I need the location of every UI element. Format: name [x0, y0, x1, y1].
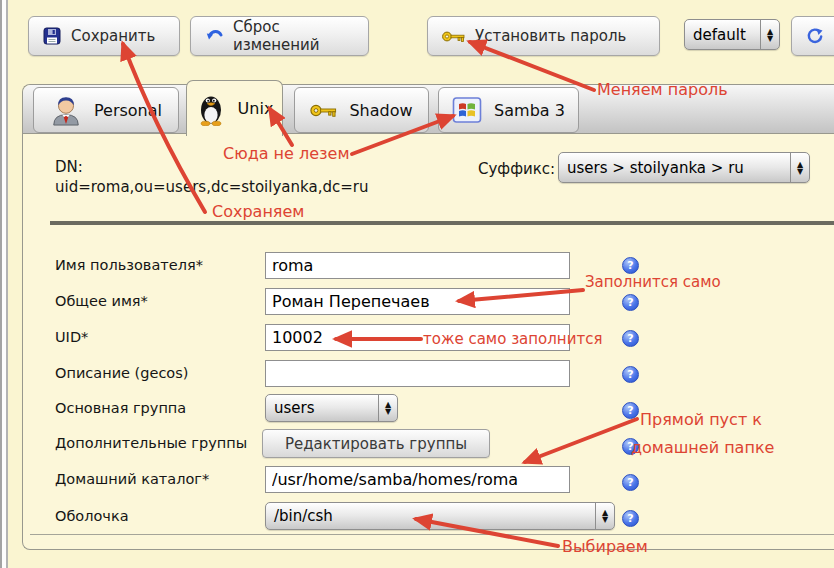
profile-select[interactable]: default ▲ ▼	[684, 19, 780, 50]
tab-personal[interactable]: Personal	[33, 87, 179, 133]
help-icon[interactable]: ?	[622, 330, 639, 347]
set-password-button[interactable]: Установить пароль	[427, 16, 660, 56]
gecos-input[interactable]	[265, 360, 570, 387]
primary-group-select[interactable]: users ▲ ▼	[265, 394, 398, 422]
dn-value: uid=roma,ou=users,dc=stoilyanka,dc=ru	[55, 178, 368, 196]
window-edge-line-2	[6, 0, 8, 568]
profile-select-value: default	[685, 26, 760, 44]
reset-changes-label: Сброс изменений	[233, 18, 354, 54]
shell-label: Оболочка	[55, 508, 129, 524]
note-home-path-line1: Прямой пуст к	[640, 410, 762, 429]
help-icon[interactable]: ?	[622, 510, 639, 527]
common-name-label: Общее имя*	[55, 293, 148, 309]
select-stepper-icon: ▲ ▼	[790, 153, 809, 182]
primary-group-label: Основная группа	[55, 400, 186, 416]
tab-samba3[interactable]: Samba 3	[438, 87, 579, 133]
select-stepper-icon: ▲ ▼	[595, 503, 614, 529]
reset-changes-button[interactable]: Сброс изменений	[190, 16, 369, 56]
tab-unix[interactable]: Unix	[186, 80, 283, 136]
save-button[interactable]: Сохранить	[28, 16, 180, 56]
tab-shadow-label: Shadow	[349, 101, 412, 120]
stepper-down-icon: ▼	[767, 35, 773, 42]
note-auto-fill: Заполнится само	[585, 273, 721, 291]
suffix-select-value: users > stoilyanka > ru	[559, 159, 790, 177]
help-icon[interactable]: ?	[622, 402, 639, 419]
person-icon	[50, 94, 82, 126]
tab-samba3-label: Samba 3	[494, 101, 565, 120]
additional-groups-label: Дополнительные группы	[55, 435, 247, 451]
home-directory-input[interactable]	[265, 466, 570, 493]
dn-label: DN:	[55, 158, 83, 176]
suffix-label: Суффикс:	[478, 160, 555, 178]
primary-group-value: users	[266, 399, 378, 417]
tab-unix-label: Unix	[238, 99, 274, 118]
tab-shadow[interactable]: Shadow	[294, 87, 429, 133]
stepper-down-icon: ▼	[797, 168, 803, 175]
note-also-auto-fill: тоже само заполнится	[423, 330, 602, 348]
help-icon[interactable]: ?	[622, 474, 639, 491]
note-home-path-line2: домашней папке	[631, 438, 774, 457]
undo-arrow-icon	[205, 28, 223, 44]
note-dont-touch: Сюда не лезем	[223, 144, 349, 163]
username-label: Имя пользователя*	[55, 257, 203, 273]
uid-label: UID*	[55, 329, 88, 345]
gecos-label: Описание (gecos)	[55, 365, 188, 381]
help-icon[interactable]: ?	[622, 294, 639, 311]
windows-icon	[452, 95, 482, 125]
floppy-disk-icon	[43, 27, 61, 45]
suffix-select[interactable]: users > stoilyanka > ru ▲ ▼	[558, 152, 810, 183]
key-icon	[310, 103, 337, 118]
reload-circle-icon	[806, 27, 824, 45]
stepper-down-icon: ▼	[385, 408, 391, 415]
bottom-separator	[30, 534, 834, 535]
save-button-label: Сохранить	[71, 27, 155, 45]
note-saving: Сохраняем	[212, 202, 304, 221]
section-divider	[50, 221, 834, 225]
tab-personal-label: Personal	[94, 101, 162, 120]
shell-select[interactable]: /bin/csh ▲ ▼	[265, 502, 615, 530]
select-stepper-icon: ▲ ▼	[760, 20, 779, 49]
note-change-password: Меняем пароль	[597, 80, 728, 99]
select-stepper-icon: ▲ ▼	[378, 395, 397, 421]
penguin-icon	[196, 92, 226, 126]
load-profile-button[interactable]: З	[791, 16, 834, 56]
note-choose: Выбираем	[562, 537, 648, 556]
edit-groups-button[interactable]: Редактировать группы	[262, 429, 490, 458]
username-input[interactable]	[265, 252, 570, 279]
common-name-input[interactable]	[265, 288, 570, 315]
help-icon[interactable]: ?	[622, 366, 639, 383]
stepper-down-icon: ▼	[602, 516, 608, 523]
shell-select-value: /bin/csh	[266, 507, 595, 525]
key-icon	[442, 30, 465, 43]
help-icon[interactable]: ?	[622, 257, 639, 274]
home-directory-label: Домашний каталог*	[55, 471, 209, 487]
set-password-label: Установить пароль	[475, 27, 626, 45]
